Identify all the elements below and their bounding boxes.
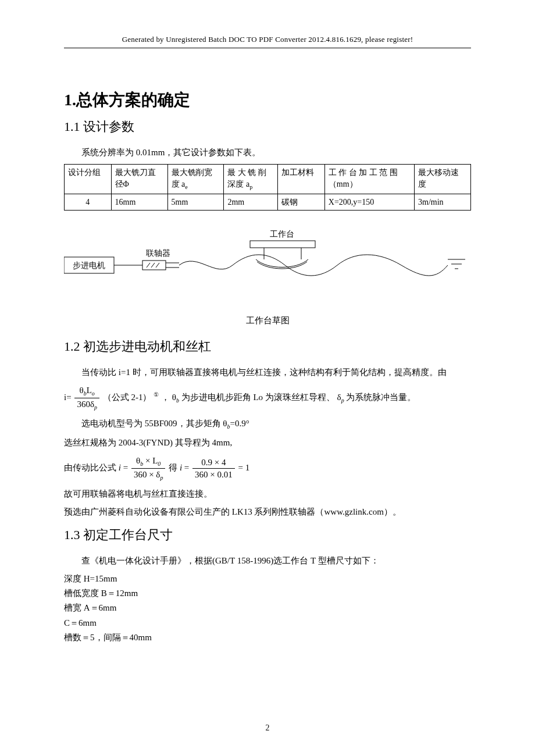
sub: b bbox=[176, 397, 179, 404]
th-material: 加工材料 bbox=[278, 165, 325, 194]
td-width: 5mm bbox=[167, 194, 224, 211]
document-page: Generated by Unregistered Batch DOC TO P… bbox=[0, 0, 535, 756]
sub: p bbox=[341, 397, 344, 404]
circled-one-icon: ① bbox=[154, 391, 159, 398]
diagram-table-label: 工作台 bbox=[270, 230, 294, 238]
num-text: 0.9 × 4 bbox=[192, 457, 235, 469]
diagram-coupling-label: 联轴器 bbox=[146, 249, 170, 258]
sub2-p2: 选电动机型号为 55BF009，其步矩角 θb=0.9° bbox=[64, 417, 471, 432]
fraction-icon: θb × L0 360 × δp bbox=[131, 455, 166, 482]
th-sub: p bbox=[249, 184, 252, 190]
table-header-row: 设计分组 最大铣刀直 径Φ 最大铣削宽 度 ae 最 大 铣 削 深度 ap 加… bbox=[65, 165, 471, 194]
td-speed: 3m/min bbox=[415, 194, 471, 211]
th-group: 设计分组 bbox=[65, 165, 112, 194]
th-range: 工 作 台 加 工 范 围 （mm） bbox=[324, 165, 414, 194]
td-range: X=200,y=150 bbox=[324, 194, 414, 211]
sub3-p1: 查《机电一体化设计手册》，根据(GB/T 158-1996)选工作台 T 型槽尺… bbox=[64, 554, 471, 568]
coupling-box-icon bbox=[142, 261, 166, 270]
subsection-1-3-heading: 1.3 初定工作台尺寸 bbox=[64, 526, 471, 544]
formula-text: 为系统脉冲当量。 bbox=[346, 393, 416, 402]
th-text: 最大铣削宽 bbox=[172, 168, 212, 177]
sub: 0 bbox=[158, 461, 160, 467]
diagram-caption: 工作台草图 bbox=[64, 315, 471, 326]
th-text: 最大铣刀直 bbox=[115, 168, 156, 177]
table-top-icon bbox=[250, 241, 315, 248]
var-i: i bbox=[180, 463, 182, 472]
section-1-title: 1.总体方案的确定 bbox=[64, 89, 471, 111]
th-text: 度 bbox=[418, 180, 426, 188]
formula-ratio: 由传动比公式 i = θb × L0 360 × δp 得 i = 0.9 × … bbox=[64, 455, 471, 482]
sub3-l2: 槽低宽度 B＝12mm bbox=[64, 587, 471, 600]
formula-2-1: i= θbLo 360δp （公式 2-1） ① ， θb 为步进电机步距角 L… bbox=[64, 385, 471, 411]
td-material: 碳钢 bbox=[278, 194, 325, 211]
delta-sym: δ bbox=[90, 400, 94, 409]
sub2-p3: 选丝杠规格为 2004-3(FYND) 其导程为 4mm, bbox=[64, 436, 471, 450]
sub2-p6: 预选由广州菱科自动化设备有限公司生产的 LK13 系列刚性联轴器（www.gzl… bbox=[64, 505, 471, 519]
formula-text: 由传动比公式 bbox=[64, 463, 116, 472]
header-rule bbox=[64, 48, 471, 48]
page-number: 2 bbox=[0, 723, 535, 733]
eq: = bbox=[123, 463, 130, 472]
eq-one: = 1 bbox=[238, 463, 250, 472]
num-text: 360 bbox=[77, 400, 90, 409]
diagram-motor-label: 步进电机 bbox=[73, 261, 105, 270]
var-i: i bbox=[119, 463, 121, 472]
sub3-l5: 槽数＝5，间隔＝40mm bbox=[64, 631, 471, 644]
sub: p bbox=[160, 475, 163, 481]
formula-note: （公式 2-1） bbox=[103, 393, 152, 402]
th-speed: 最大移动速 度 bbox=[415, 165, 471, 194]
formula-text: i= bbox=[64, 393, 72, 402]
th-text: 径Φ bbox=[115, 180, 129, 188]
section-text: 总体方案的确定 bbox=[76, 91, 190, 109]
formula-text: 得 bbox=[169, 463, 180, 472]
th-cut-depth: 最 大 铣 削 深度 ap bbox=[224, 165, 278, 194]
th-sub: e bbox=[185, 184, 187, 190]
den-text: 360 × 0.01 bbox=[192, 469, 235, 480]
theta-sym: θ bbox=[223, 419, 227, 428]
th-text: 工 作 台 加 工 范 围 bbox=[329, 168, 398, 177]
th-cut-width: 最大铣削宽 度 ae bbox=[167, 165, 224, 194]
th-text: 度 a bbox=[172, 180, 186, 188]
num-text: 360 × bbox=[134, 470, 156, 479]
section-num: 1. bbox=[64, 91, 76, 109]
th-text: 深度 a bbox=[227, 180, 249, 188]
formula-text: 为步进电机步距角 Lo 为滚珠丝杠导程、 bbox=[181, 393, 335, 402]
sub2-p5: 故可用联轴器将电机与丝杠直接连接。 bbox=[64, 487, 471, 501]
td-depth: 2mm bbox=[224, 194, 278, 211]
delta-sym: δ bbox=[337, 393, 341, 402]
td-dia: 16mm bbox=[111, 194, 167, 211]
l-sym: L bbox=[87, 386, 92, 395]
text-span: 选电动机型号为 55BF009，其步矩角 bbox=[81, 419, 221, 428]
fraction-icon: 0.9 × 4 360 × 0.01 bbox=[192, 457, 235, 480]
table-row: 4 16mm 5mm 2mm 碳钢 X=200,y=150 3m/min bbox=[65, 194, 471, 211]
sub2-p1: 当传动比 i=1 时，可用联轴器直接将电机与丝杠连接，这种结构有利于简化结构，提… bbox=[64, 366, 471, 379]
sub: o bbox=[92, 390, 95, 397]
th-text: 最大移动速 bbox=[418, 168, 459, 177]
fraction-icon: θbLo 360δp bbox=[74, 385, 99, 411]
watermark-text: Generated by Unregistered Batch DOC TO P… bbox=[64, 35, 471, 44]
subsection-1-2-heading: 1.2 初选步进电动机和丝杠 bbox=[64, 338, 471, 355]
worktable-diagram: 工作台 步进电机 联轴器 bbox=[64, 228, 471, 304]
th-cutter-dia: 最大铣刀直 径Φ bbox=[111, 165, 167, 194]
sub3-l3: 槽宽 A＝6mm bbox=[64, 601, 471, 615]
th-text: 最 大 铣 削 bbox=[227, 168, 266, 177]
th-text: （mm） bbox=[329, 180, 358, 188]
diagram-svg: 工作台 步进电机 联轴器 bbox=[64, 228, 471, 304]
text-span: =0.9° bbox=[230, 419, 249, 428]
sub: p bbox=[94, 404, 97, 411]
sub1-intro: 系统分辨率为 0.01mm，其它设计参数如下表。 bbox=[64, 146, 471, 159]
eq: = bbox=[184, 463, 191, 472]
td-group: 4 bbox=[65, 194, 112, 211]
subsection-1-1-heading: 1.1 设计参数 bbox=[64, 118, 471, 135]
l-sym: L bbox=[152, 456, 158, 465]
leadscrew-wave-icon bbox=[179, 255, 448, 276]
times: × bbox=[143, 456, 152, 465]
design-param-table: 设计分组 最大铣刀直 径Φ 最大铣削宽 度 ae 最 大 铣 削 深度 ap 加… bbox=[64, 164, 471, 211]
formula-text: ， θ bbox=[161, 393, 176, 402]
theta-sym: θ bbox=[80, 386, 84, 395]
sub3-l4: C＝6mm bbox=[64, 616, 471, 630]
sub3-l1: 深度 H=15mm bbox=[64, 572, 471, 586]
